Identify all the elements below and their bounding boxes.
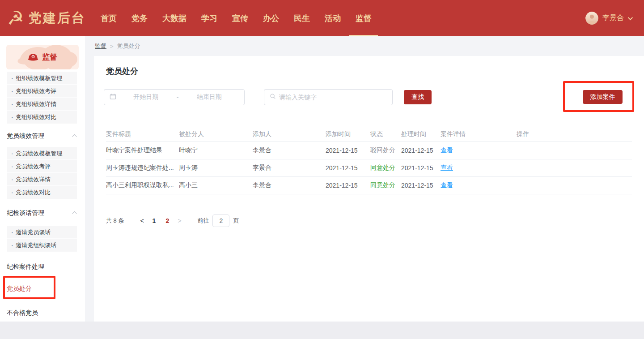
sidebar-item-member-detail[interactable]: 党员绩效详情 xyxy=(7,173,77,186)
col-handle-time: 处理时间 xyxy=(401,130,441,138)
sidebar-group-member-performance: 党员绩效模板管理 党员绩效考评 党员绩效详情 党员绩效对比 xyxy=(7,147,77,199)
view-link[interactable]: 查看 xyxy=(441,146,453,154)
pagination-page-1[interactable]: 1 xyxy=(147,217,161,224)
col-punished-person: 被处分人 xyxy=(179,130,253,138)
party-emblem-icon: ☭ xyxy=(7,9,24,28)
nav-item-office[interactable]: 办公 xyxy=(263,0,279,36)
sidebar-item-member-template[interactable]: 党员绩效模板管理 xyxy=(7,147,77,160)
table-header-row: 案件标题 被处分人 添加人 添加时间 状态 处理时间 案件详情 操作 xyxy=(106,127,632,142)
red-cap-icon xyxy=(28,53,38,61)
nav-item-supervision[interactable]: 监督 xyxy=(356,0,372,36)
cell-punished-person: 高小三 xyxy=(179,181,253,189)
col-actions: 操作 xyxy=(517,130,632,138)
find-button[interactable]: 查找 xyxy=(404,90,432,104)
breadcrumb-supervision[interactable]: 监督 xyxy=(95,42,106,50)
col-status: 状态 xyxy=(370,130,401,138)
table-row: 周玉涛违规违纪案件处... 周玉涛 李景合 2021-12-15 同意处分 20… xyxy=(106,159,632,177)
date-end-placeholder[interactable]: 结束日期 xyxy=(179,93,239,101)
breadcrumb-member-punishment: 党员处分 xyxy=(117,42,140,50)
col-case-detail: 案件详情 xyxy=(441,130,517,138)
col-adder: 添加人 xyxy=(253,130,326,138)
pagination-page-2[interactable]: 2 xyxy=(161,217,174,224)
chevron-up-icon xyxy=(72,134,77,139)
cell-case-title: 高小三利用职权谋取私... xyxy=(106,181,179,189)
user-name: 李景合 xyxy=(602,13,624,23)
footer-strip xyxy=(0,322,644,339)
sidebar-section-member-performance[interactable]: 党员绩效管理 xyxy=(7,128,77,144)
chevron-up-icon xyxy=(72,211,77,216)
app-logo[interactable]: ☭ 党建后台 xyxy=(7,0,86,36)
pagination-prev-icon[interactable]: < xyxy=(136,217,147,224)
cell-punished-person: 叶晓宁 xyxy=(179,146,253,154)
sidebar-item-unqualified-member[interactable]: 不合格党员 xyxy=(7,305,85,321)
sidebar-group-org-performance: 组织绩效模板管理 党组织绩效考评 党组织绩效详情 党组织绩效对比 xyxy=(7,72,77,124)
pagination-next-icon[interactable]: > xyxy=(174,217,185,224)
cases-table: 案件标题 被处分人 添加人 添加时间 状态 处理时间 案件详情 操作 叶晓宁案件… xyxy=(106,127,632,194)
sidebar-item-org-detail[interactable]: 党组织绩效详情 xyxy=(7,98,77,111)
app-title: 党建后台 xyxy=(29,9,86,27)
pagination-goto-label: 前往 xyxy=(197,217,209,225)
nav-item-study[interactable]: 学习 xyxy=(201,0,217,36)
sidebar: 监督 组织绩效模板管理 党组织绩效考评 党组织绩效详情 党组织绩效对比 党员绩效… xyxy=(0,36,85,322)
user-menu[interactable]: 李景合 xyxy=(585,0,631,36)
keyword-search xyxy=(264,89,393,105)
sidebar-item-label: 党员处分 xyxy=(7,285,32,293)
sidebar-item-org-compare[interactable]: 党组织绩效对比 xyxy=(7,111,77,124)
topbar: ☭ 党建后台 首页 党务 大数据 学习 宣传 办公 民生 活动 监督 xyxy=(0,0,644,36)
avatar xyxy=(585,12,598,25)
cell-handle-time: 2021-12-15 xyxy=(401,182,441,189)
sidebar-item-invite-member-talk[interactable]: 邀请党员谈话 xyxy=(7,226,77,239)
date-range-picker[interactable]: 开始日期 - 结束日期 xyxy=(104,89,245,105)
col-case-title: 案件标题 xyxy=(106,130,179,138)
sidebar-item-member-review[interactable]: 党员绩效考评 xyxy=(7,160,77,173)
cell-handle-time: 2021-12-15 xyxy=(401,147,441,154)
cell-case-title: 叶晓宁案件处理结果 xyxy=(106,146,179,154)
date-separator: - xyxy=(176,94,180,101)
main-nav: 首页 党务 大数据 学习 宣传 办公 民生 活动 监督 xyxy=(101,0,372,36)
nav-item-big-data[interactable]: 大数据 xyxy=(162,0,186,36)
sidebar-item-label: 纪检案件处理 xyxy=(7,263,44,271)
sidebar-item-invite-org-talk[interactable]: 邀请党组织谈话 xyxy=(7,239,77,252)
breadcrumb-separator: > xyxy=(110,43,114,50)
status-badge: 同意处分 xyxy=(370,164,401,172)
nav-item-activities[interactable]: 活动 xyxy=(325,0,341,36)
search-input[interactable] xyxy=(279,94,387,101)
cell-added-time: 2021-12-15 xyxy=(326,182,370,189)
page-title: 党员处分 xyxy=(106,66,138,77)
cell-case-title: 周玉涛违规违纪案件处... xyxy=(106,164,179,172)
view-link[interactable]: 查看 xyxy=(441,164,453,171)
view-link[interactable]: 查看 xyxy=(441,181,453,189)
sidebar-group-discipline-talk: 邀请党员谈话 邀请党组织谈话 xyxy=(7,226,77,252)
cell-added-time: 2021-12-15 xyxy=(326,164,370,172)
pagination-goto-suffix: 页 xyxy=(233,217,239,225)
add-case-button[interactable]: 添加案件 xyxy=(583,90,623,104)
sidebar-item-member-compare[interactable]: 党员绩效对比 xyxy=(7,186,77,199)
nav-item-livelihood[interactable]: 民生 xyxy=(294,0,310,36)
breadcrumb: 监督 > 党员处分 xyxy=(95,36,140,56)
table-row: 叶晓宁案件处理结果 叶晓宁 李景合 2021-12-15 驳回处分 2021-1… xyxy=(106,142,632,159)
sidebar-item-member-punishment[interactable]: 党员处分 xyxy=(7,281,85,297)
sidebar-section-label: 纪检谈话管理 xyxy=(7,209,44,217)
pagination-goto-input[interactable] xyxy=(212,215,229,227)
filter-row: 开始日期 - 结束日期 查找 添加案件 xyxy=(94,89,644,105)
sidebar-item-discipline-case[interactable]: 纪检案件处理 xyxy=(7,259,85,275)
nav-item-home[interactable]: 首页 xyxy=(101,0,117,36)
pagination: 共 8 条 < 1 2 > 前往 页 xyxy=(106,214,239,227)
table-row: 高小三利用职权谋取私... 高小三 李景合 2021-12-15 同意处分 20… xyxy=(106,177,632,194)
sidebar-item-org-template[interactable]: 组织绩效模板管理 xyxy=(7,72,77,85)
sidebar-section-discipline-talk[interactable]: 纪检谈话管理 xyxy=(7,205,77,221)
pagination-total: 共 8 条 xyxy=(106,217,124,225)
date-start-placeholder[interactable]: 开始日期 xyxy=(116,93,176,101)
sidebar-section-label: 党员绩效管理 xyxy=(7,132,44,140)
cell-adder: 李景合 xyxy=(253,164,326,172)
content-card: 党员处分 开始日期 - 结束日期 xyxy=(94,56,644,322)
col-added-time: 添加时间 xyxy=(326,130,370,138)
nav-item-party-affairs[interactable]: 党务 xyxy=(131,0,148,36)
calendar-icon xyxy=(110,93,116,102)
cell-adder: 李景合 xyxy=(253,181,326,189)
sidebar-header-label: 监督 xyxy=(42,52,57,62)
sidebar-item-label: 不合格党员 xyxy=(7,309,38,317)
page-root: ☭ 党建后台 首页 党务 大数据 学习 宣传 办公 民生 活动 监督 xyxy=(0,0,644,339)
nav-item-publicity[interactable]: 宣传 xyxy=(232,0,248,36)
sidebar-item-org-review[interactable]: 党组织绩效考评 xyxy=(7,85,77,98)
